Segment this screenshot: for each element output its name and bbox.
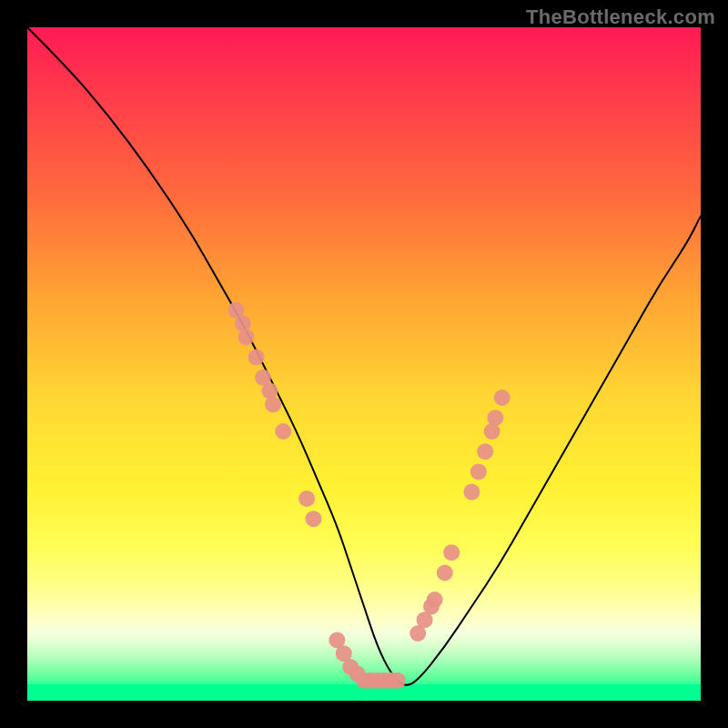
curve-svg — [27, 27, 701, 701]
curve-marker — [248, 349, 265, 366]
chart-frame: TheBottleneck.com — [0, 0, 728, 728]
marker-group — [228, 302, 510, 689]
curve-marker — [487, 410, 503, 426]
curve-marker — [463, 484, 480, 500]
curve-marker — [443, 544, 460, 561]
plot-area — [27, 27, 701, 701]
curve-marker — [389, 672, 406, 689]
curve-marker — [470, 463, 487, 480]
curve-marker — [477, 443, 493, 460]
curve-marker — [427, 592, 443, 608]
curve-marker — [437, 564, 453, 581]
curve-marker — [265, 396, 281, 412]
watermark-label: TheBottleneck.com — [526, 5, 715, 29]
curve-marker — [306, 511, 322, 527]
curve-marker — [298, 490, 315, 507]
bottleneck-curve — [27, 27, 701, 685]
curve-marker — [494, 389, 511, 406]
curve-marker — [238, 329, 255, 345]
curve-marker — [275, 423, 291, 440]
